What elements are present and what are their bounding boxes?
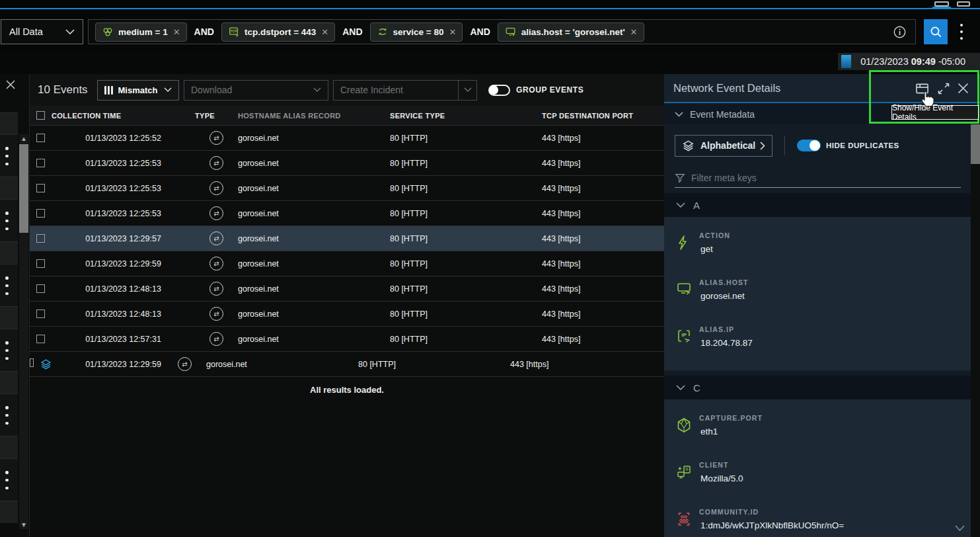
rail-tile[interactable] [0, 241, 18, 264]
panel-scroll-down-icon[interactable] [955, 525, 965, 532]
table-row[interactable]: 01/13/2023 12:57:31 ⇄ gorosei.net 80 [HT… [30, 327, 664, 352]
column-header-hostname-alias[interactable]: HOSTNAME ALIAS RECORD [238, 112, 390, 120]
nav-window-icon[interactable] [957, 1, 970, 7]
table-row[interactable]: 01/13/2023 12:25:53 ⇄ gorosei.net 80 [HT… [30, 201, 664, 226]
meta-value[interactable]: 18.204.78.87 [700, 338, 753, 348]
meta-value[interactable]: eth1 [700, 427, 718, 436]
create-incident-dropdown[interactable] [459, 80, 477, 101]
events-count: 10 Events [38, 83, 96, 97]
query-pill[interactable]: medium = 1✕ [95, 22, 187, 42]
table-row[interactable]: 01/13/2023 12:29:57 ⇄ gorosei.net 80 [HT… [30, 226, 664, 251]
row-checkbox[interactable] [36, 335, 45, 343]
table-row[interactable]: 01/13/2023 12:25:52 ⇄ gorosei.net 80 [HT… [30, 126, 664, 151]
meta-group-header-a[interactable]: A [664, 193, 971, 217]
query-pill[interactable]: service = 80✕ [370, 22, 463, 42]
table-row[interactable]: 01/13/2023 12:25:53 ⇄ gorosei.net 80 [HT… [30, 176, 664, 201]
query-menu-kebab-icon[interactable] [956, 24, 967, 40]
rail-tile[interactable] [0, 458, 18, 501]
time-range-bar[interactable]: 01/23/2023 09:49 -05:00 [838, 53, 980, 70]
alias-host-icon [676, 282, 692, 296]
meta-item: IP ALIAS.IP 18.204.78.87 [664, 322, 971, 369]
rail-tile[interactable] [0, 134, 18, 177]
table-row[interactable]: 01/13/2023 12:48:13 ⇄ gorosei.net 80 [HT… [30, 302, 664, 327]
rail-tile[interactable] [0, 371, 18, 393]
show-hide-details-icon[interactable] [915, 82, 929, 95]
row-checkbox[interactable] [36, 209, 45, 218]
meta-group-header-c[interactable]: C [664, 376, 971, 399]
row-menu-kebab-icon[interactable] [5, 341, 9, 360]
details-scroll-thumb[interactable] [971, 124, 980, 164]
query-pill[interactable]: TCPtcp.dstport = 443✕ [221, 22, 335, 42]
group-events-toggle[interactable] [488, 85, 510, 96]
search-icon [930, 26, 942, 38]
row-menu-kebab-icon[interactable] [5, 147, 9, 165]
row-checkbox[interactable] [36, 310, 45, 318]
column-header-tcp-dest-port[interactable]: TCP DESTINATION PORT [542, 112, 664, 120]
select-all-checkbox[interactable] [36, 111, 45, 120]
info-icon[interactable] [893, 26, 906, 38]
svg-text:TCP: TCP [230, 29, 237, 33]
cell-tcp-dest-port: 443 [https] [542, 310, 664, 319]
row-menu-kebab-icon[interactable] [5, 406, 9, 425]
scroll-down-icon[interactable]: ▼ [19, 521, 28, 528]
meta-value[interactable]: 1:dmJ6/wKJTpXlkNbflBkUO5hr/nO= [700, 520, 844, 530]
scroll-up-icon[interactable]: ▲ [19, 135, 28, 142]
row-checkbox[interactable] [36, 259, 45, 268]
network-session-icon: ⇄ [209, 206, 223, 220]
query-pill[interactable]: alias.host = 'gorosei.net'✕ [498, 22, 644, 42]
rail-tile[interactable] [0, 306, 18, 329]
table-row[interactable]: 01/13/2023 12:29:59 ⇄ gorosei.net 80 [HT… [30, 251, 664, 276]
meta-key-label: ALIAS.HOST [699, 278, 749, 286]
rail-tile[interactable] [0, 199, 18, 241]
remove-pill-icon[interactable]: ✕ [173, 27, 180, 37]
rail-tile[interactable] [0, 436, 18, 458]
table-row[interactable]: 01/13/2023 12:29:59 ⇄ gorosei.net 80 [HT… [30, 352, 664, 377]
row-menu-kebab-icon[interactable] [5, 212, 9, 230]
remove-pill-icon[interactable]: ✕ [630, 27, 638, 37]
meta-item: ACTION get [664, 228, 971, 275]
column-header-type[interactable]: TYPE [195, 112, 238, 120]
remove-pill-icon[interactable]: ✕ [449, 27, 457, 37]
row-checkbox[interactable] [36, 284, 45, 293]
meta-value[interactable]: Mozilla/5.0 [700, 474, 743, 483]
table-row[interactable]: 01/13/2023 12:48:13 ⇄ gorosei.net 80 [HT… [30, 276, 664, 302]
create-incident-button[interactable]: Create Incident [333, 80, 459, 101]
filter-meta-keys-input[interactable] [691, 173, 942, 183]
cell-tcp-dest-port: 443 [https] [542, 284, 664, 294]
row-menu-kebab-icon[interactable] [5, 276, 9, 295]
row-checkbox[interactable] [36, 134, 45, 142]
close-panel-icon[interactable] [5, 79, 16, 90]
data-source-dropdown[interactable]: All Data [1, 19, 83, 44]
meta-key-label: ALIAS.IP [699, 325, 734, 333]
nav-events-icon[interactable] [934, 1, 949, 7]
row-checkbox[interactable] [30, 358, 34, 367]
rail-tile[interactable] [0, 393, 18, 436]
column-group-mismatch-button[interactable]: Mismatch [97, 80, 179, 101]
rail-scroll-thumb[interactable] [19, 144, 28, 233]
rail-tile[interactable] [0, 177, 18, 199]
meta-value[interactable]: get [700, 244, 713, 254]
column-header-collection-time[interactable]: COLLECTION TIME [52, 112, 195, 120]
column-header-service-type[interactable]: SERVICE TYPE [390, 112, 542, 120]
rail-scrollbar[interactable]: ▲ ▼ [19, 134, 28, 529]
table-row[interactable]: 01/13/2023 12:25:53 ⇄ gorosei.net 80 [HT… [30, 151, 664, 176]
remove-pill-icon[interactable]: ✕ [321, 27, 328, 37]
rail-tile[interactable] [0, 264, 18, 306]
details-scrollbar[interactable] [971, 123, 980, 537]
sort-order-button[interactable]: Alphabetical [675, 135, 773, 157]
close-details-icon[interactable] [958, 83, 969, 94]
rail-tile[interactable] [0, 112, 18, 135]
row-menu-kebab-icon[interactable] [5, 471, 9, 489]
chevron-right-icon [760, 142, 765, 150]
rail-tile[interactable] [0, 501, 18, 523]
query-input-area[interactable]: medium = 1✕ANDTCPtcp.dstport = 443✕ANDse… [88, 19, 916, 44]
meta-value[interactable]: gorosei.net [700, 291, 745, 301]
row-checkbox[interactable] [36, 234, 45, 243]
download-dropdown[interactable]: Download [184, 80, 328, 101]
row-checkbox[interactable] [36, 159, 45, 167]
hide-duplicates-toggle[interactable] [797, 140, 821, 151]
search-button[interactable] [924, 19, 948, 44]
row-checkbox[interactable] [36, 184, 45, 192]
expand-panel-icon[interactable] [938, 83, 950, 95]
rail-tile[interactable] [0, 329, 18, 371]
